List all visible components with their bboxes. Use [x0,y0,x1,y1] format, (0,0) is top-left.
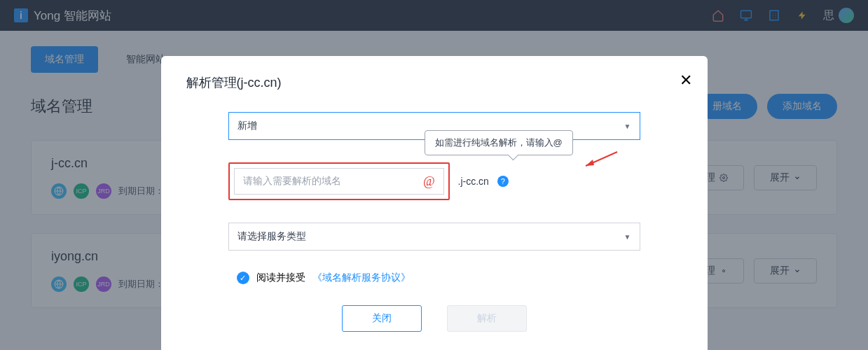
select-value: 新增 [237,120,257,132]
hostname-highlight: 请输入需要解析的域名 @ [228,162,450,200]
arrow-annotation-icon [579,148,621,169]
modal-footer: 关闭 解析 [228,305,640,332]
at-annotation: @ [423,174,435,189]
parse-button[interactable]: 解析 [447,305,527,332]
modal-title: 解析管理(j-cc.cn) [186,74,682,91]
hostname-row: 如需进行纯域名解析，请输入@ 请输入需要解析的域名 @ .j-cc.cn ? [228,162,640,200]
help-icon[interactable]: ? [497,176,509,187]
hostname-input[interactable]: 请输入需要解析的域名 @ [234,168,444,195]
dns-modal: 解析管理(j-cc.cn) ✕ 新增 ▼ 如需进行纯域名解析，请输入@ 请输入需… [161,56,708,350]
tooltip: 如需进行纯域名解析，请输入@ [425,130,573,155]
chevron-down-icon: ▼ [624,233,631,241]
agreement-row: ✓ 阅读并接受 《域名解析服务协议》 [237,272,640,284]
checkbox-checked-icon[interactable]: ✓ [237,272,249,284]
modal-overlay: 解析管理(j-cc.cn) ✕ 新增 ▼ 如需进行纯域名解析，请输入@ 请输入需… [0,0,868,350]
domain-suffix: .j-cc.cn [458,176,489,187]
input-placeholder: 请输入需要解析的域名 [243,175,341,188]
agree-text: 阅读并接受 [256,272,305,284]
service-type-select[interactable]: 请选择服务类型 ▼ [228,223,640,251]
close-icon[interactable]: ✕ [680,71,692,90]
chevron-down-icon: ▼ [624,122,631,130]
agreement-link[interactable]: 《域名解析服务协议》 [312,272,411,284]
svg-marker-7 [586,160,594,166]
select-value: 请选择服务类型 [237,230,306,243]
close-button[interactable]: 关闭 [342,305,422,332]
modal-body: 新增 ▼ 如需进行纯域名解析，请输入@ 请输入需要解析的域名 @ .j-cc.c… [186,91,682,332]
